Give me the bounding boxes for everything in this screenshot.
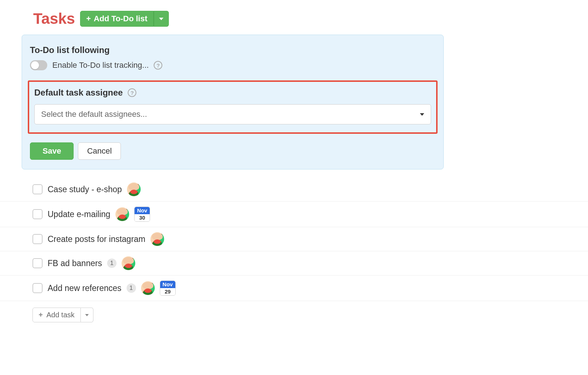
task-row[interactable]: Create posts for instagram [0, 227, 588, 251]
assignee-title-row: Default task assignee ? [34, 88, 431, 98]
cancel-button[interactable]: Cancel [78, 142, 120, 160]
chevron-down-icon [159, 18, 163, 20]
help-icon[interactable]: ? [128, 88, 136, 97]
subtask-count-badge: 1 [127, 283, 136, 293]
task-checkbox[interactable] [32, 184, 43, 194]
tracking-toggle-label: Enable To-Do list tracking... [52, 61, 149, 70]
plus-icon: + [39, 311, 43, 319]
avatar[interactable] [150, 232, 164, 246]
task-title: Case study - e-shop [48, 185, 122, 194]
due-date-badge[interactable]: Nov 29 [160, 281, 176, 296]
task-row[interactable]: Add new references 1 Nov 29 [0, 275, 588, 301]
task-checkbox[interactable] [32, 283, 43, 293]
add-task-group: + Add task [32, 308, 93, 322]
help-icon[interactable]: ? [154, 61, 162, 70]
task-title: Create posts for instagram [48, 234, 145, 244]
add-task-row: + Add task [0, 301, 588, 322]
task-title: Update e-mailing [48, 209, 110, 219]
due-month: Nov [135, 207, 150, 214]
toggle-knob [31, 61, 39, 69]
avatar[interactable] [115, 207, 129, 221]
default-assignee-highlight: Default task assignee ? Select the defau… [28, 80, 438, 134]
save-button[interactable]: Save [30, 142, 74, 160]
settings-panel: To-Do list following Enable To-Do list t… [22, 35, 444, 169]
task-row[interactable]: Update e-mailing Nov 30 [0, 202, 588, 227]
due-month: Nov [160, 281, 175, 288]
tracking-toggle-row: Enable To-Do list tracking... ? [30, 60, 435, 70]
chevron-down-icon [85, 314, 89, 316]
add-todo-list-dropdown[interactable] [154, 11, 169, 27]
assignee-section-title: Default task assignee [34, 88, 123, 98]
add-todo-list-label: Add To-Do list [94, 14, 148, 23]
tasks-header: Tasks + Add To-Do list [0, 10, 588, 27]
add-task-label: Add task [47, 311, 75, 319]
plus-icon: + [86, 15, 91, 23]
chevron-down-icon [420, 113, 424, 116]
avatar[interactable] [127, 182, 141, 196]
task-row[interactable]: FB ad banners 1 [0, 251, 588, 275]
add-todo-list-group: + Add To-Do list [80, 11, 169, 27]
add-task-button[interactable]: + Add task [32, 308, 81, 322]
panel-actions: Save Cancel [30, 142, 435, 160]
task-checkbox[interactable] [32, 258, 43, 268]
task-row[interactable]: Case study - e-shop [0, 177, 588, 202]
due-day: 29 [160, 288, 175, 295]
avatar[interactable] [141, 281, 155, 295]
due-date-badge[interactable]: Nov 30 [134, 207, 150, 222]
task-title: Add new references [48, 283, 122, 293]
due-day: 30 [135, 214, 150, 221]
default-assignee-select[interactable]: Select the default assignees... [34, 104, 431, 124]
avatar[interactable] [122, 256, 135, 270]
add-todo-list-button[interactable]: + Add To-Do list [80, 11, 154, 27]
default-assignee-placeholder: Select the default assignees... [41, 110, 147, 119]
subtask-count-badge: 1 [107, 259, 117, 268]
following-section-title: To-Do list following [30, 45, 435, 55]
task-title: FB ad banners [48, 259, 102, 268]
add-task-dropdown[interactable] [81, 308, 93, 322]
task-checkbox[interactable] [32, 209, 43, 219]
page-title: Tasks [33, 10, 75, 27]
tracking-toggle[interactable] [30, 60, 47, 70]
task-checkbox[interactable] [32, 234, 43, 244]
task-list: Case study - e-shop Update e-mailing Nov… [0, 177, 588, 322]
